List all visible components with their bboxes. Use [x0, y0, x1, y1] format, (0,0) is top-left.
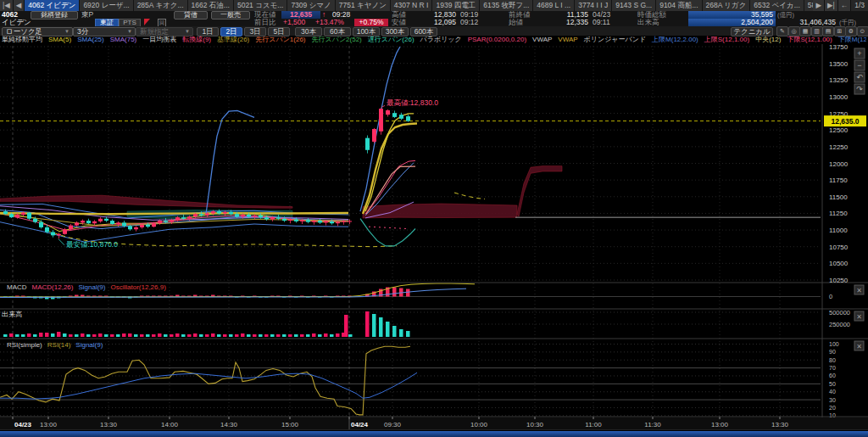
candle-body [116, 222, 120, 224]
volume-value: 2,504,200 [688, 19, 776, 26]
macd-histogram-bar [152, 296, 156, 297]
ticker-tab-list: 4062 イビデン6920 レーザ...285A キオク...1662 石油..… [25, 0, 813, 11]
candle-body [223, 212, 227, 214]
ticker-back-button[interactable]: ← [838, 0, 852, 11]
stock-name: イビデン [2, 19, 31, 26]
macd-histogram-bar [175, 295, 180, 297]
price-axis-label: 12000 [829, 160, 849, 168]
compare-value: 新規指定 [140, 27, 169, 36]
rsi-axis-label: 80 [829, 357, 836, 363]
svg-text:✕: ✕ [856, 313, 862, 321]
low-time: 09:12 [460, 19, 478, 26]
macd-histogram-bar [92, 296, 97, 297]
candle-body [45, 227, 49, 233]
redo-button[interactable]: ↷ [854, 84, 865, 94]
candle-body [294, 220, 298, 221]
candle-body [9, 214, 14, 217]
candle-body [247, 215, 251, 216]
macd-close-button[interactable]: ✕ [854, 285, 864, 294]
zoom-out-button[interactable]: − [854, 60, 865, 70]
svg-text:−: − [857, 61, 861, 70]
volume-bar [27, 333, 31, 337]
volume-bar [15, 334, 19, 337]
volume-bar [318, 334, 322, 337]
candle-body [175, 217, 180, 220]
legend-item-8: 先行スパン2(52) [312, 36, 362, 43]
legend-item-16: 上限S(12,1.00) [704, 36, 749, 43]
ticker-last-button[interactable]: ▶| [825, 0, 838, 11]
svg-text:✕: ✕ [856, 343, 862, 350]
candle-body [406, 116, 410, 121]
candle-body [181, 217, 186, 219]
candle-body [15, 215, 19, 217]
change-value: +1,500 [283, 19, 305, 26]
volume-bar [3, 334, 8, 337]
quote-header: 4062 銘柄登録 東P 貸借 一般売 現在値 12,635 ↑ 09:28 高… [0, 11, 868, 26]
volume-bar [175, 333, 180, 337]
volume-bar [152, 334, 156, 337]
candle-body [217, 211, 221, 213]
change-label: 前日比 [254, 19, 276, 26]
price-axis-label: 13000 [829, 93, 849, 101]
ticker-tab-14[interactable]: 268A リガク [703, 0, 751, 11]
price-axis-label: 13500 [829, 60, 849, 68]
candle-body [282, 219, 287, 221]
candle-body [33, 219, 37, 222]
volume-bar [270, 334, 275, 337]
volume-bar [229, 334, 233, 337]
volume-bar [348, 334, 353, 337]
volume-bar [386, 322, 390, 337]
volume-bar [264, 334, 269, 337]
turnover-value: 31,406,435 [776, 19, 836, 26]
candle-body [122, 222, 126, 226]
volume-bar [392, 326, 397, 337]
undo-button[interactable]: ↶ [854, 72, 865, 82]
ticker-tab-16[interactable]: 5801 古河... [804, 0, 814, 11]
macd-histogram-bar [406, 289, 410, 297]
legend-item-5: 転換線(9) [182, 36, 211, 43]
legend-item-18: 下限S(12,1.00) [787, 36, 832, 43]
price-axis-label: 11750 [829, 176, 848, 184]
volume-bar [33, 334, 37, 337]
candle-body [264, 217, 269, 219]
candle-body [98, 219, 103, 221]
candle-body [110, 221, 114, 224]
news-flag-icon[interactable] [144, 19, 150, 25]
candle-body [3, 211, 8, 214]
low-value: 12,095 [422, 19, 456, 26]
rsi-axis-label: 70 [829, 365, 836, 371]
ticker-tab-0[interactable]: 4062 イビデン [25, 0, 80, 11]
volume-bar [170, 334, 174, 337]
time-axis-label: 11:00 [585, 421, 602, 429]
volume-close-button[interactable]: ✕ [854, 311, 864, 321]
volume-bar [330, 334, 334, 337]
ticker-next-button[interactable]: ▶ [813, 0, 825, 11]
candle-body [306, 220, 310, 221]
candle-body [324, 221, 328, 223]
time-axis-label: 13:30 [771, 421, 789, 429]
volume-bar [205, 334, 209, 337]
market-cap-unit: (億円) [777, 11, 794, 19]
volume-bar [128, 333, 132, 337]
change-percent: +13.47% [315, 19, 344, 26]
candle-body [336, 222, 340, 224]
macd-histogram-bar [69, 296, 73, 297]
volume-bar [344, 315, 348, 337]
volume-bar [379, 317, 383, 337]
volume-bar [306, 334, 310, 337]
rsi-close-button[interactable]: ✕ [854, 341, 864, 350]
volume-bar [92, 334, 97, 337]
time-axis-label: 04/23 [14, 421, 32, 429]
ticker-tab-2[interactable]: 285A キオク... [134, 0, 188, 11]
volume-bar [193, 333, 198, 337]
zoom-in-button[interactable]: + [854, 48, 865, 59]
legend-item-1: SMA(5) [48, 36, 71, 43]
open-time: 09:11 [593, 19, 610, 26]
time-axis-label: 10:30 [526, 421, 544, 429]
ticker-tab-3[interactable]: 1662 石油... [188, 0, 234, 11]
candle-body [253, 216, 257, 217]
volume-bar [312, 333, 316, 337]
volume-bar [253, 334, 257, 337]
rsi-axis-label: 90 [829, 349, 836, 355]
rsi-axis-label: 100 [829, 341, 839, 347]
